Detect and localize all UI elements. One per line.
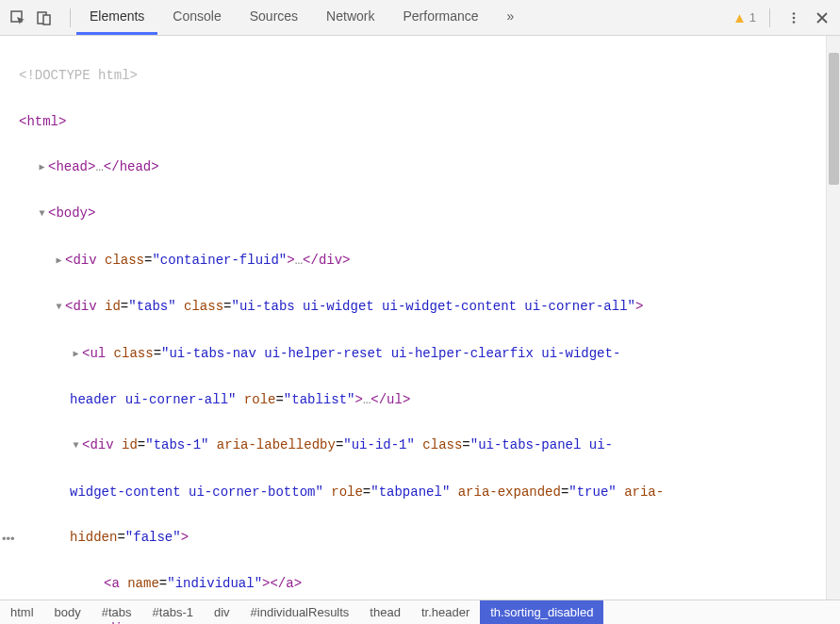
- scrollbar[interactable]: [826, 36, 840, 599]
- collapse-icon[interactable]: [87, 618, 99, 624]
- html-open-tag[interactable]: <html>: [19, 114, 66, 129]
- tab-performance[interactable]: Performance: [389, 0, 491, 35]
- tab-network[interactable]: Network: [313, 0, 387, 35]
- gutter: •••: [0, 36, 19, 599]
- collapse-icon[interactable]: [53, 296, 65, 319]
- devtools-toolbar: Elements Console Sources Network Perform…: [0, 0, 840, 36]
- svg-point-5: [793, 21, 796, 24]
- toolbar-icon-group: [8, 8, 64, 28]
- toolbar-divider: [70, 8, 71, 27]
- dom-tree[interactable]: <!DOCTYPE html> <html> <head>…</head> <b…: [19, 36, 826, 599]
- elements-panel: ••• <!DOCTYPE html> <html> <head>…</head…: [0, 36, 840, 599]
- toolbar-divider: [769, 8, 770, 27]
- expand-icon[interactable]: [53, 250, 65, 272]
- collapse-icon[interactable]: [36, 203, 48, 225]
- warning-icon: ▲: [733, 9, 747, 25]
- svg-rect-2: [43, 15, 50, 25]
- expand-icon[interactable]: [70, 343, 82, 366]
- doctype-node[interactable]: <!DOCTYPE html>: [19, 68, 138, 83]
- toolbar-right: ▲ 1: [733, 8, 832, 28]
- warning-count: 1: [749, 10, 756, 25]
- scroll-thumb[interactable]: [829, 53, 839, 185]
- ellipsis-marker: •••: [2, 533, 15, 545]
- expand-icon[interactable]: [36, 156, 48, 179]
- tab-elements[interactable]: Elements: [76, 0, 157, 35]
- tab-console[interactable]: Console: [159, 0, 234, 35]
- svg-point-3: [793, 12, 796, 15]
- collapse-icon[interactable]: [70, 435, 82, 457]
- tab-more[interactable]: »: [494, 0, 528, 35]
- tab-sources[interactable]: Sources: [237, 0, 311, 35]
- device-toolbar-icon[interactable]: [34, 8, 55, 28]
- devtools-tabs: Elements Console Sources Network Perform…: [76, 0, 733, 35]
- warning-badge[interactable]: ▲ 1: [733, 9, 756, 25]
- svg-point-4: [793, 16, 796, 19]
- kebab-menu-icon[interactable]: [783, 8, 804, 28]
- close-icon[interactable]: [812, 8, 832, 28]
- inspect-element-icon[interactable]: [8, 8, 28, 28]
